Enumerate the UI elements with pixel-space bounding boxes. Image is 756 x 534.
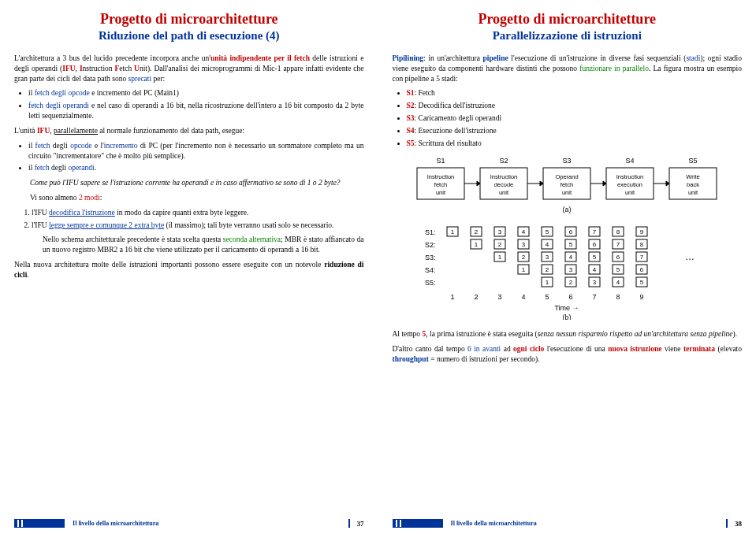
svg-text:2: 2: [475, 228, 479, 235]
svg-text:S2:: S2:: [425, 241, 436, 249]
svg-text:9: 9: [640, 293, 644, 301]
page-title: Progetto di microarchitetture: [14, 11, 364, 28]
svg-text:2: 2: [522, 254, 526, 261]
svg-text:3: 3: [593, 279, 597, 286]
svg-text:(a): (a): [563, 206, 572, 213]
body-text: Pipilining: in un'architettura pipeline …: [393, 54, 743, 365]
svg-text:5: 5: [546, 293, 549, 301]
paragraph: Come può l'IFU sapere se l'istruzione co…: [14, 178, 364, 188]
svg-text:…: …: [685, 251, 695, 262]
list-item: il fetch degli opcode e incremento del P…: [28, 88, 364, 98]
svg-text:1: 1: [546, 279, 549, 286]
svg-text:unit: unit: [436, 189, 446, 196]
diagram-a: S1 S2 S3 S4 S5 Instructionfetch: [393, 155, 743, 220]
list-item: S2: Decodifica dell'istruzione: [407, 101, 743, 111]
svg-text:8: 8: [616, 228, 620, 235]
list-item: il fetch degli operandi.: [28, 163, 364, 173]
paragraph: Al tempo 5, la prima istruzione è stata …: [393, 329, 743, 339]
svg-marker-26: [477, 181, 480, 186]
svg-text:4: 4: [522, 293, 526, 301]
svg-text:3: 3: [498, 228, 502, 235]
list-item: S4: Esecuzione dell'istruzione: [407, 126, 743, 136]
svg-text:5: 5: [569, 241, 573, 248]
svg-text:unit: unit: [688, 189, 698, 196]
diagram-b: S1: S2: S3: S4: S5: 12345678912345678123…: [393, 225, 743, 323]
svg-text:S2: S2: [500, 157, 508, 165]
svg-text:execution: execution: [617, 181, 642, 188]
paragraph: D'altro canto dal tempo 6 in avanti ad o…: [393, 344, 743, 365]
list-item: fetch degli operandi e nel caso di opera…: [28, 101, 364, 121]
paragraph: Nella nuova architettura molte delle ist…: [14, 260, 364, 280]
svg-text:Instruction: Instruction: [616, 173, 644, 180]
paragraph: L'architettura a 3 bus del lucido preced…: [14, 54, 364, 83]
svg-text:3: 3: [569, 266, 573, 273]
svg-text:fetch: fetch: [434, 181, 447, 188]
svg-text:Instruction: Instruction: [427, 173, 455, 180]
svg-text:unit: unit: [562, 189, 572, 196]
svg-text:5: 5: [546, 228, 549, 235]
paragraph: Pipilining: in un'architettura pipeline …: [393, 54, 743, 83]
footer-text: Il livello della microarchitettura: [69, 520, 158, 527]
footer: Il livello della microarchitettura 37: [14, 519, 364, 528]
svg-text:S1: S1: [437, 157, 445, 165]
svg-text:2: 2: [475, 293, 479, 301]
svg-text:1: 1: [498, 254, 502, 261]
svg-text:S5: S5: [689, 157, 698, 165]
paragraph: Nello schema architetturale precedente è…: [14, 235, 364, 255]
footer: Il livello della microarchitettura 38: [393, 519, 743, 528]
svg-text:S3: S3: [563, 157, 572, 165]
svg-text:Operand: Operand: [556, 173, 579, 180]
svg-text:fetch: fetch: [560, 181, 573, 188]
svg-text:7: 7: [593, 228, 597, 235]
svg-text:8: 8: [616, 293, 620, 301]
svg-marker-32: [666, 181, 669, 186]
svg-text:4: 4: [522, 228, 526, 235]
svg-text:Instruction: Instruction: [490, 173, 518, 180]
svg-text:unit: unit: [499, 189, 509, 196]
svg-text:2: 2: [546, 266, 549, 273]
page-subtitle: Riduzione del path di esecuzione (4): [14, 29, 364, 43]
list-item: l'IFU decodifica l'istruzione in modo da…: [32, 208, 364, 218]
page-title: Progetto di microarchitetture: [393, 11, 743, 28]
page-number: 37: [350, 520, 364, 528]
svg-text:9: 9: [640, 228, 644, 235]
svg-text:back: back: [687, 181, 699, 188]
page-subtitle: Parallelizzazione di istruzioni: [393, 29, 743, 43]
svg-text:Time →: Time →: [555, 304, 579, 312]
svg-text:4: 4: [593, 266, 597, 273]
svg-text:1: 1: [451, 293, 455, 301]
footer-text: Il livello della microarchitettura: [448, 520, 537, 527]
svg-text:S5:: S5:: [425, 279, 436, 287]
svg-text:3: 3: [498, 293, 502, 301]
svg-text:6: 6: [640, 266, 644, 273]
svg-text:(b): (b): [563, 313, 572, 320]
svg-text:4: 4: [546, 241, 549, 248]
svg-text:decode: decode: [494, 181, 514, 188]
svg-text:1: 1: [451, 228, 455, 235]
svg-text:6: 6: [569, 228, 573, 235]
list-item: S1: Fetch: [407, 88, 743, 98]
svg-text:7: 7: [616, 241, 620, 248]
list-item: S5: Scrittura del risultato: [407, 139, 743, 149]
svg-text:6: 6: [616, 254, 620, 261]
list-item: S3: Caricamento degli operandi: [407, 113, 743, 124]
svg-text:4: 4: [569, 254, 573, 261]
svg-marker-28: [540, 181, 543, 186]
svg-text:3: 3: [522, 241, 526, 248]
svg-text:2: 2: [498, 241, 502, 248]
page-right: Progetto di microarchitetture Paralleliz…: [378, 0, 757, 534]
svg-text:5: 5: [593, 254, 597, 261]
svg-text:8: 8: [640, 241, 644, 248]
svg-marker-30: [603, 181, 606, 186]
svg-text:S4:: S4:: [425, 266, 436, 274]
list-item: l'IFU legge sempre e comunque 2 extra by…: [32, 221, 364, 231]
svg-text:S3:: S3:: [425, 254, 436, 261]
svg-text:5: 5: [640, 279, 644, 286]
svg-text:1: 1: [522, 266, 526, 273]
svg-text:6: 6: [569, 293, 573, 301]
svg-text:7: 7: [593, 293, 597, 301]
page-left: Progetto di microarchitetture Riduzione …: [0, 0, 378, 534]
svg-text:6: 6: [593, 241, 597, 248]
paragraph: Vi sono almeno 2 modi:: [14, 193, 364, 203]
svg-text:1: 1: [475, 241, 479, 248]
